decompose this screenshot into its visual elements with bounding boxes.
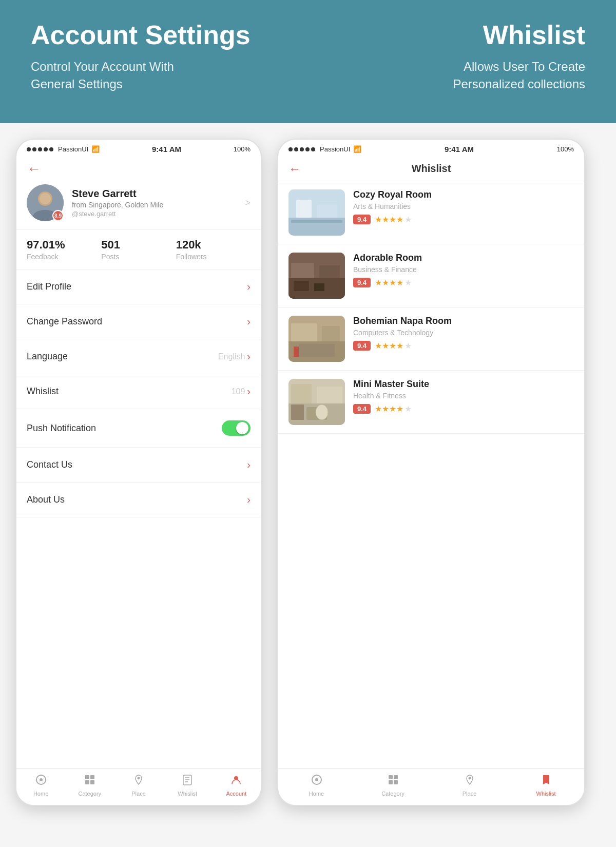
svg-rect-7 (85, 780, 89, 784)
signal-dot-r (305, 147, 310, 151)
stat-followers-value: 120k (176, 238, 251, 252)
account-icon (230, 774, 242, 788)
nav-account-label: Account (226, 791, 247, 797)
contact-us-chevron-icon: › (247, 459, 251, 471)
svg-rect-30 (299, 344, 335, 357)
room-list: Cozy Royal Room Arts & Humanities 9.4 ★★… (278, 181, 584, 601)
edit-profile-label: Edit Profile (27, 281, 71, 292)
push-notification-label: Push Notification (27, 423, 96, 434)
svg-rect-6 (90, 775, 94, 779)
nav-right-place[interactable]: Place (431, 774, 508, 797)
svg-rect-5 (85, 775, 89, 779)
left-header-subtitle: Control Your Account WithGeneral Setting… (31, 58, 308, 92)
language-value: English (218, 352, 245, 361)
battery-label-right: 100% (557, 145, 574, 153)
svg-rect-41 (389, 775, 393, 779)
signal-dot (38, 147, 42, 151)
nav-place[interactable]: Place (114, 774, 163, 797)
profile-chevron-icon[interactable]: > (245, 198, 251, 208)
nav-right-whislist[interactable]: Whislist (508, 774, 584, 797)
svg-rect-42 (394, 775, 398, 779)
wifi-icon-right: 📶 (353, 145, 361, 153)
room-thumb-svg-1 (288, 189, 345, 236)
profile-section: 8.9 Steve Garrett from Singapore, Golden… (16, 179, 261, 230)
nav-account[interactable]: Account (212, 774, 261, 797)
profile-location: from Singapore, Golden Mile (72, 201, 245, 209)
avatar-badge: 8.9 (52, 210, 64, 221)
nav-home[interactable]: Home (16, 774, 65, 797)
nav-right-category[interactable]: Category (355, 774, 431, 797)
about-us-label: About Us (27, 494, 65, 505)
room-item-bohemian[interactable]: Bohemian Napa Room Computers & Technolog… (278, 307, 584, 371)
menu-item-change-password[interactable]: Change Password › (16, 304, 261, 339)
room-item-cozy-royal[interactable]: Cozy Royal Room Arts & Humanities 9.4 ★★… (278, 181, 584, 244)
whislist-back-button[interactable]: ← (288, 162, 301, 176)
menu-item-edit-profile[interactable]: Edit Profile › (16, 270, 261, 304)
menu-item-language[interactable]: Language English › (16, 339, 261, 374)
account-settings-phone: PassionUI 📶 9:41 AM 100% ← 8.9 (15, 139, 262, 806)
svg-rect-17 (296, 200, 312, 218)
room-name-mini-master: Mini Master Suite (353, 379, 574, 390)
signal-dot (44, 147, 48, 151)
change-password-label: Change Password (27, 316, 102, 327)
room-item-mini-master[interactable]: Mini Master Suite Health & Fitness 9.4 ★… (278, 371, 584, 434)
contact-us-label: Contact Us (27, 459, 72, 470)
rating-badge-bohemian: 9.4 (353, 341, 371, 351)
nav-whislist[interactable]: Whislist (163, 774, 212, 797)
menu-item-push-notification[interactable]: Push Notification (16, 409, 261, 448)
stat-feedback-value: 97.01% (27, 238, 101, 252)
room-thumb-svg-4 (288, 379, 345, 425)
svg-rect-25 (314, 283, 324, 291)
room-name-bohemian: Bohemian Napa Room (353, 316, 574, 326)
language-label: Language (27, 351, 68, 362)
svg-rect-22 (291, 263, 314, 278)
nav-whislist-label: Whislist (178, 791, 197, 797)
nav-right-home[interactable]: Home (278, 774, 355, 797)
room-rating-row-cozy-royal: 9.4 ★★★★★ (353, 215, 574, 224)
svg-point-9 (138, 777, 140, 780)
menu-item-whislist[interactable]: Whislist 109 › (16, 374, 261, 409)
header-left: Account Settings Control Your Account Wi… (31, 21, 308, 92)
stat-posts-label: Posts (101, 253, 176, 261)
bottom-nav-left: Home Category Place Whislist (16, 768, 261, 805)
whislist-chevron-icon: › (247, 386, 251, 397)
svg-point-4 (40, 778, 43, 781)
stat-feedback-label: Feedback (27, 253, 101, 261)
whislist-page-header: ← Whislist (278, 157, 584, 181)
svg-point-2 (40, 193, 51, 204)
carrier-label: PassionUI (58, 145, 88, 153)
room-thumbnail-adorable (288, 253, 345, 299)
time-label: 9:41 AM (152, 145, 181, 153)
nav-right-place-label: Place (463, 791, 477, 797)
svg-point-38 (316, 405, 328, 420)
svg-rect-31 (294, 346, 299, 357)
whislist-icon-right (541, 774, 552, 788)
status-bar-left: PassionUI 📶 9:41 AM 100% (16, 140, 261, 157)
wifi-icon: 📶 (91, 145, 100, 153)
stars-bohemian: ★★★★★ (375, 341, 412, 351)
stats-row: 97.01% Feedback 501 Posts 120k Followers (16, 230, 261, 270)
nav-category[interactable]: Category (65, 774, 114, 797)
push-notification-toggle[interactable] (222, 420, 251, 436)
svg-rect-19 (291, 220, 342, 223)
svg-rect-34 (291, 384, 312, 403)
room-rating-row-bohemian: 9.4 ★★★★★ (353, 341, 574, 351)
room-name-cozy-royal: Cozy Royal Room (353, 189, 574, 200)
menu-item-contact-us[interactable]: Contact Us › (16, 448, 261, 483)
whislist-page-title: Whislist (412, 163, 451, 175)
svg-rect-44 (394, 780, 398, 784)
left-header-title: Account Settings (31, 21, 308, 50)
room-thumbnail-mini-master (288, 379, 345, 425)
nav-right-whislist-label: Whislist (536, 791, 556, 797)
whislist-count: 109 (232, 387, 245, 396)
nav-right-home-label: Home (309, 791, 324, 797)
menu-item-about-us[interactable]: About Us › (16, 483, 261, 517)
room-thumb-svg-3 (288, 316, 345, 362)
edit-profile-chevron-icon: › (247, 281, 251, 293)
battery-label: 100% (234, 145, 251, 153)
svg-rect-23 (319, 265, 340, 278)
room-item-adorable[interactable]: Adorable Room Business & Finance 9.4 ★★★… (278, 244, 584, 307)
back-button[interactable]: ← (16, 157, 261, 179)
whislist-phone: PassionUI 📶 9:41 AM 100% ← Whislist (277, 139, 585, 806)
change-password-chevron-icon: › (247, 316, 251, 328)
